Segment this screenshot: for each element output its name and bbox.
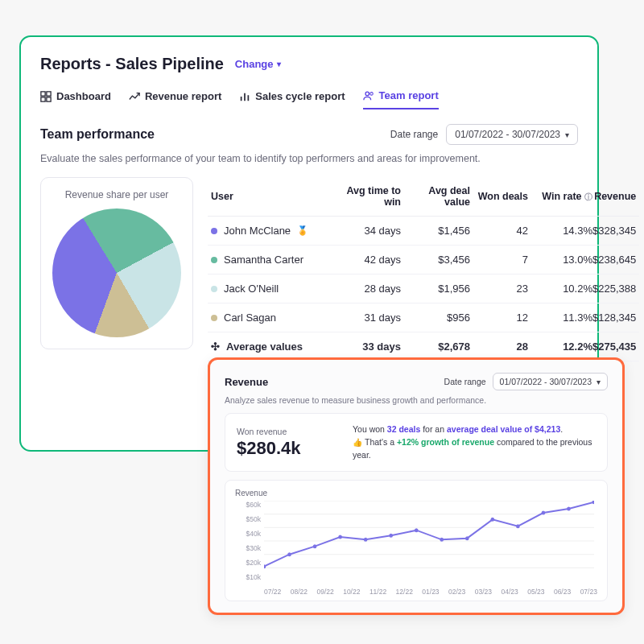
page-title: Reports - Sales Pipeline [40,55,224,73]
avg-deal-cell: $1,956 [401,283,470,295]
table-header: User Avg time to win Avg deal value Won … [208,177,639,217]
won-revenue-block: Won revenue $280.4k [237,427,333,459]
avg-label: Average values [226,341,303,353]
user-color-dot [211,228,217,234]
svg-rect-3 [47,97,51,101]
svg-point-20 [389,534,393,538]
thumbs-up-icon: 👍 [353,438,362,447]
svg-point-22 [440,538,444,542]
svg-rect-0 [41,91,45,95]
tab-team-report[interactable]: Team report [363,89,439,109]
bar-chart-icon [239,91,250,102]
team-performance-title: Team performance [40,127,155,142]
chart-plot [264,501,594,581]
svg-point-16 [287,552,291,556]
deals-count-link[interactable]: 32 deals [387,424,420,434]
revenue-date-range: Date range 01/07/2022 - 30/07/2023 ▾ [444,373,608,390]
revenue-title: Revenue [225,376,268,388]
avg-deal-cell: $956 [401,312,470,324]
report-header: Reports - Sales Pipeline Change ▾ [40,55,578,73]
th-avg-time: Avg time to win [332,185,401,208]
tab-label: Sales cycle report [255,90,345,102]
svg-point-26 [542,511,546,515]
y-axis-labels: $60k$50k$40k$30k$20k$10k [235,501,261,581]
table-body: John McClane 🏅34 days$1,4564214.3%$328,3… [208,217,639,361]
table-row[interactable]: Samantha Carter42 days$3,456713.0%$238,6… [208,246,639,275]
th-user: User [211,191,332,202]
svg-rect-1 [47,91,51,95]
section-header: Team performance Date range 01/07/2022 -… [40,124,578,145]
tab-sales-cycle-report[interactable]: Sales cycle report [239,89,345,109]
svg-point-21 [415,528,419,532]
avg-deal-cell: $1,456 [401,225,470,237]
date-range-label: Date range [444,377,486,386]
th-win-rate: Win rate ⓘ [528,191,592,203]
svg-point-17 [313,544,317,548]
date-range-picker[interactable]: 01/07/2022 - 30/07/2023 ▾ [446,124,578,145]
table-row[interactable]: Jack O'Neill28 days$1,9562310.2%$225,388 [208,275,639,303]
won-cell: 42 [470,225,528,237]
user-color-dot [211,257,217,263]
date-range-control: Date range 01/07/2022 - 30/07/2023 ▾ [390,124,578,145]
revenue-summary-text: You won 32 deals for an average deal val… [353,423,596,461]
user-name: John McClane [224,225,291,237]
revenue-summary-card: Won revenue $280.4k You won 32 deals for… [225,413,608,472]
user-cell: Carl Sagan [211,312,332,324]
table-row[interactable]: Carl Sagan31 days$9561211.3%$128,345 [208,303,639,332]
user-cell: Jack O'Neill [211,283,332,295]
users-icon [363,90,374,101]
date-range-value: 01/07/2022 - 30/07/2023 [500,377,592,386]
revenue-cell: $225,388 [592,283,636,295]
revenue-share-pie [52,208,181,337]
user-name: Carl Sagan [224,312,276,324]
chevron-down-icon: ▾ [277,60,281,68]
avg-time-cell: 34 days [332,225,401,237]
svg-point-25 [516,524,520,528]
won-revenue-label: Won revenue [237,427,333,436]
svg-point-19 [364,538,368,542]
info-icon[interactable]: ⓘ [584,192,592,201]
user-color-dot [211,286,217,292]
revenue-subtitle: Analyze sales revenue to measure busines… [225,395,608,405]
tab-dashboard[interactable]: Dashboard [40,89,111,109]
revenue-cell: $238,645 [592,254,636,266]
date-range-picker[interactable]: 01/07/2022 - 30/07/2023 ▾ [493,373,608,390]
tab-revenue-report[interactable]: Revenue report [129,89,221,109]
user-cell: John McClane 🏅 [211,225,332,237]
change-report-link[interactable]: Change ▾ [235,58,281,70]
x-axis-labels: 07/2208/2209/2210/2211/2212/2201/2302/23… [264,588,597,596]
user-name: Samantha Carter [224,254,303,266]
svg-point-18 [338,535,342,539]
avg-deal-link[interactable]: average deal value of $4,213 [447,424,560,434]
date-range-label: Date range [390,129,438,140]
svg-rect-2 [41,97,45,101]
revenue-chart: $60k$50k$40k$30k$20k$10k 07/2208/2209/22… [235,501,597,596]
win-rate-cell: 13.0% [528,254,592,266]
svg-point-28 [592,501,594,504]
user-cell: Samantha Carter [211,254,332,266]
user-color-dot [211,315,217,321]
tab-label: Dashboard [56,90,111,102]
chevron-down-icon: ▾ [565,130,569,139]
user-cell: ✣Average values [211,341,332,353]
revenue-share-card: Revenue share per user [40,177,193,349]
svg-point-8 [369,92,373,95]
won-cell: 23 [470,283,528,295]
team-table: User Avg time to win Avg deal value Won … [208,177,639,361]
win-rate-cell: 14.3% [528,225,592,237]
won-cell: 7 [470,254,528,266]
report-tabs: Dashboard Revenue report Sales cycle rep… [40,89,578,109]
win-rate-cell: 11.3% [528,312,592,324]
pie-title: Revenue share per user [52,189,181,200]
revenue-chart-title: Revenue [235,489,597,497]
won-cell: 12 [470,312,528,324]
change-label: Change [235,58,274,70]
chevron-down-icon: ▾ [597,378,601,386]
revenue-window: Revenue Date range 01/07/2022 - 30/07/20… [208,357,625,615]
revenue-cell: $128,345 [592,312,636,324]
tab-label: Team report [379,89,439,101]
svg-point-27 [567,507,571,511]
table-row[interactable]: John McClane 🏅34 days$1,4564214.3%$328,3… [208,217,639,246]
tab-label: Revenue report [145,90,221,102]
avg-time-cell: 31 days [332,312,401,324]
